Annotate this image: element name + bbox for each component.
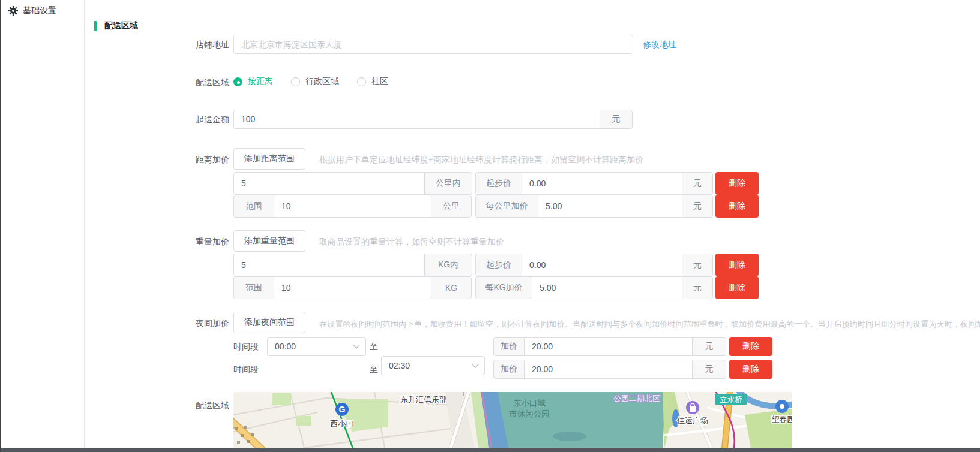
sidebar-item-basic-settings[interactable]: 基础设置 [1,0,84,22]
min-amount-label: 起送金额 [157,114,229,124]
svg-text:望春园: 望春园 [772,415,793,424]
delivery-settings-page: 基础设置 配送区域 店铺地址 修改地址 配送区域 按距离 行政区域 社区 [0,0,980,452]
map-park-water [553,432,586,441]
map-label-park-line1: 东小口城 [513,399,546,408]
night-price-group-2: 加价 元 [493,360,726,379]
distance-limit-unit: 公里内 [424,172,472,195]
distance-row2-range: 范围 公里 [233,195,472,218]
weight-markup-label: 重量加价 [157,237,229,246]
per-km-price-unit: 元 [682,195,713,218]
delete-weight-row2-button[interactable]: 删除 [715,276,759,299]
distance-limit-input[interactable] [233,172,425,195]
weight-range-prefix: 范围 [233,276,274,299]
bottom-bar [1,448,980,452]
night-price-input-1[interactable] [524,337,693,356]
map-label-jiayun: 佳运广场 [676,416,708,425]
add-night-range-button[interactable]: 添加夜间范围 [233,312,305,333]
map-label-dongshenghui: 东升汇俱乐部 [400,395,447,404]
base-price-prefix: 起步价 [475,172,522,195]
delivery-area-map[interactable]: G 西小口 东升汇俱乐部 东小口城 市休闲公园 公 [233,392,792,448]
per-kg-prefix: 每KG加价 [475,276,532,299]
night-price-prefix-1: 加价 [493,337,525,356]
sidebar-item-label: 基础设置 [23,5,56,16]
map-label-xixiaokou: 西小口 [331,419,354,428]
per-kg-price-input[interactable] [532,276,682,299]
distance-range-input[interactable] [274,195,431,218]
delete-distance-row1-button[interactable]: 删除 [715,172,759,195]
time-period-label-1: 时间段 [233,342,269,351]
mall-icon [686,401,699,414]
area-mode-radio-group: 按距离 行政区域 社区 [233,76,388,87]
section-accent-bar [94,21,97,31]
radio-unselected-icon [357,77,366,86]
weight-base-price-prefix: 起步价 [475,254,522,276]
metro-station-icon: G [335,403,349,416]
delete-night-row2-button[interactable]: 删除 [729,360,772,379]
chevron-down-icon [353,342,359,348]
distance-row-range: 公里内 [233,172,472,195]
night-price-group-1: 加价 元 [493,337,726,356]
base-price-input[interactable] [522,172,682,195]
weight-perkg-group: 每KG加价 元 [475,276,713,299]
svg-text:G: G [339,405,346,414]
radio-unselected-icon [291,77,300,86]
add-distance-range-button[interactable]: 添加距离范围 [233,148,305,170]
weight-row2-range: 范围 KG [233,276,472,299]
time-to-select-1[interactable]: 02:30 [381,356,485,375]
min-amount-unit: 元 [600,110,633,129]
page-title: 配送区域 [104,20,138,31]
weight-limit-unit: KG内 [424,254,472,276]
min-amount-input[interactable] [233,110,600,129]
weight-range-input[interactable] [274,276,431,299]
store-address-input[interactable] [233,35,633,54]
radio-by-distance[interactable]: 按距离 [233,76,273,87]
weight-base-price-unit: 元 [682,254,713,276]
to-text-1: 至 [370,342,378,352]
range-prefix: 范围 [233,195,274,218]
weight-limit-input[interactable] [233,254,425,276]
add-weight-range-button[interactable]: 添加重量范围 [233,230,305,252]
base-price-unit: 元 [682,172,713,195]
time-period-label-2: 时间段 [233,364,269,374]
main-content: 配送区域 店铺地址 修改地址 配送区域 按距离 行政区域 社区 起送金额 [85,0,980,452]
area-mode-label: 配送区域 [157,77,229,87]
delete-distance-row2-button[interactable]: 删除 [715,195,759,218]
weight-row-range: KG内 [233,254,472,276]
delete-weight-row1-button[interactable]: 删除 [715,254,759,276]
min-amount-group: 元 [233,110,633,129]
store-address-label: 店铺地址 [157,40,229,49]
map-label-park-phase2: 公园二期北区 [613,394,660,403]
map-station-badge-lishuiqiao: 立水桥 [715,394,747,405]
distance-range-unit: 公里 [431,195,472,218]
per-km-prefix: 每公里加价 [475,195,538,218]
map-label-park-line2: 市休闲公园 [509,409,550,418]
distance-price-group: 起步价 元 [475,172,713,195]
distance-perkm-group: 每公里加价 元 [475,195,713,218]
time-from-select-1[interactable]: 00:00 [267,337,366,356]
edit-address-link[interactable]: 修改地址 [643,40,676,50]
night-price-unit-2: 元 [692,360,726,379]
svg-text:立水桥: 立水桥 [720,396,742,404]
gear-icon [8,6,18,16]
weight-range-unit: KG [431,276,472,299]
delete-night-row1-button[interactable]: 删除 [729,337,772,356]
night-markup-label: 夜间加价 [157,318,229,328]
per-km-price-input[interactable] [538,195,682,218]
night-hint: 在设置的夜间时间范围内下单，加收费用！如留空，则不计算夜间加价。当配送时间与多个… [319,319,980,330]
radio-admin-region[interactable]: 行政区域 [291,76,339,87]
weight-price-group: 起步价 元 [475,254,713,276]
section-header: 配送区域 [94,20,138,31]
to-text-2: 至 [370,364,378,375]
radio-selected-icon [233,77,242,86]
map-section-label: 配送区域 [157,400,229,410]
map-canvas[interactable]: G 西小口 东升汇俱乐部 东小口城 市休闲公园 公 [233,392,792,448]
night-price-prefix-2: 加价 [493,360,525,379]
sidebar: 基础设置 [1,0,85,448]
chevron-down-icon [472,361,478,367]
distance-markup-label: 距离加价 [157,155,229,164]
per-kg-price-unit: 元 [682,276,713,299]
radio-community[interactable]: 社区 [357,76,388,87]
weight-hint: 取商品设置的重量计算，如留空则不计算重量加价 [319,237,504,248]
night-price-input-2[interactable] [524,360,693,379]
weight-base-price-input[interactable] [522,254,682,276]
